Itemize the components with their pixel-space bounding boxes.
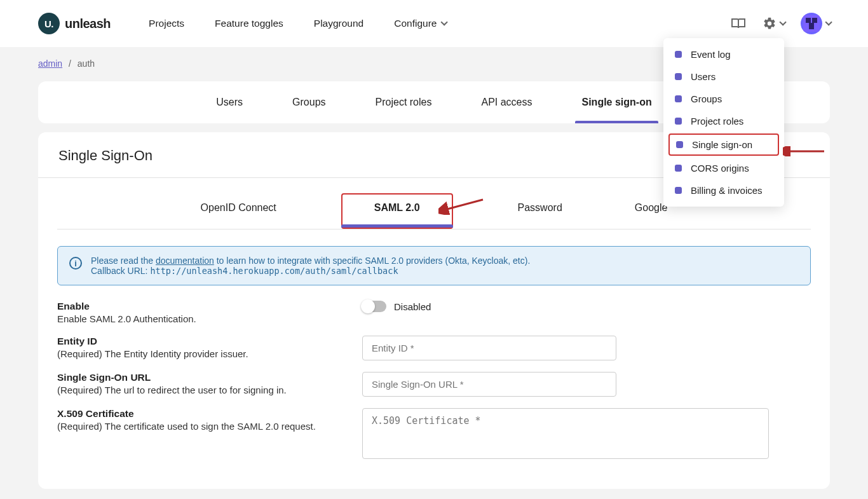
breadcrumb-current: auth <box>78 58 95 69</box>
enable-toggle[interactable] <box>362 301 386 312</box>
info-box: i Please read the documentation to learn… <box>57 246 811 285</box>
square-icon <box>676 141 683 148</box>
configure-dropdown: Event log Users Groups Project roles Sin… <box>663 38 784 207</box>
tab-sso[interactable]: Single sign-on <box>581 97 651 123</box>
row-entity-id: Entity ID (Required) The Entity Identity… <box>57 336 811 360</box>
dropdown-cors[interactable]: CORS origins <box>663 157 784 179</box>
logo[interactable]: U. unleash <box>38 13 111 34</box>
sso-url-title: Single Sign-On URL <box>57 372 337 383</box>
sso-tab-oidc[interactable]: OpenID Connect <box>193 193 284 229</box>
nav-projects[interactable]: Projects <box>149 18 184 29</box>
sso-tab-password[interactable]: Password <box>510 193 570 229</box>
dropdown-label: Users <box>691 71 715 82</box>
square-icon <box>675 187 682 194</box>
gear-icon <box>763 17 776 31</box>
dropdown-project-roles[interactable]: Project roles <box>663 110 784 132</box>
row-sso-url: Single Sign-On URL (Required) The url to… <box>57 372 811 397</box>
sso-url-desc: (Required) The url to redirect the user … <box>57 385 337 395</box>
tab-project-roles[interactable]: Project roles <box>376 97 432 123</box>
settings-button[interactable] <box>763 17 784 31</box>
square-icon <box>675 95 682 102</box>
documentation-link[interactable]: documentation <box>156 256 214 266</box>
callback-label: Callback URL: <box>91 266 150 276</box>
dropdown-label: Event log <box>691 49 731 60</box>
avatar <box>801 13 822 34</box>
info-text: Please read the documentation to learn h… <box>91 256 530 276</box>
cert-title: X.509 Certificate <box>57 408 337 420</box>
entity-id-input[interactable] <box>362 336 616 360</box>
breadcrumb-admin[interactable]: admin <box>38 58 62 69</box>
svg-rect-2 <box>812 18 817 23</box>
square-icon <box>675 51 682 58</box>
tab-groups[interactable]: Groups <box>292 97 325 123</box>
svg-rect-1 <box>806 18 811 23</box>
brand-name: unleash <box>65 17 111 31</box>
chevron-down-icon <box>441 18 448 25</box>
toggle-state-label: Disabled <box>394 301 431 312</box>
sso-tab-saml[interactable]: SAML 2.0 <box>341 193 453 229</box>
nav-configure[interactable]: Configure <box>394 18 445 29</box>
entity-id-desc: (Required) The Entity Identity provider … <box>57 348 337 359</box>
info-pre: Please read the <box>91 256 156 266</box>
nav-configure-label: Configure <box>394 18 437 29</box>
chevron-down-icon <box>779 18 786 25</box>
dropdown-billing[interactable]: Billing & invoices <box>663 179 784 202</box>
breadcrumb-sep: / <box>69 58 71 69</box>
tab-users[interactable]: Users <box>216 97 243 123</box>
square-icon <box>675 165 682 172</box>
info-post: to learn how to integrate with specific … <box>214 256 530 266</box>
dropdown-label: Billing & invoices <box>691 185 763 196</box>
square-icon <box>675 73 682 80</box>
cert-desc: (Required) The certificate used to sign … <box>57 421 337 432</box>
dropdown-users[interactable]: Users <box>663 65 784 88</box>
row-enable: Enable Enable SAML 2.0 Authentication. D… <box>57 301 811 324</box>
logo-mark-icon: U. <box>38 13 60 34</box>
svg-rect-3 <box>809 23 814 29</box>
enable-title: Enable <box>57 301 337 312</box>
main-nav: Projects Feature toggles Playground Conf… <box>149 18 445 29</box>
dropdown-label: Groups <box>691 93 722 104</box>
dropdown-label: Single sign-on <box>692 139 752 150</box>
callback-url: http://unleash4.herokuapp.com/auth/saml/… <box>150 266 398 276</box>
dropdown-event-log[interactable]: Event log <box>663 43 784 65</box>
enable-desc: Enable SAML 2.0 Authentication. <box>57 313 337 324</box>
tab-api-access[interactable]: API access <box>481 97 532 123</box>
chevron-down-icon <box>825 18 832 25</box>
cert-textarea[interactable] <box>362 408 769 459</box>
header-actions <box>731 13 830 34</box>
dropdown-label: Project roles <box>691 116 743 126</box>
sso-url-input[interactable] <box>362 372 616 397</box>
dropdown-label: CORS origins <box>691 163 749 174</box>
entity-id-title: Entity ID <box>57 336 337 347</box>
dropdown-sso[interactable]: Single sign-on <box>668 133 779 156</box>
user-menu[interactable] <box>801 13 830 34</box>
nav-playground[interactable]: Playground <box>314 18 363 29</box>
form-area: i Please read the documentation to learn… <box>38 229 830 489</box>
nav-feature-toggles[interactable]: Feature toggles <box>215 18 283 29</box>
square-icon <box>675 118 682 125</box>
dropdown-groups[interactable]: Groups <box>663 88 784 110</box>
info-icon: i <box>69 257 82 270</box>
row-cert: X.509 Certificate (Required) The certifi… <box>57 408 811 461</box>
docs-icon[interactable] <box>731 17 746 30</box>
header: U. unleash Projects Feature toggles Play… <box>0 0 868 47</box>
